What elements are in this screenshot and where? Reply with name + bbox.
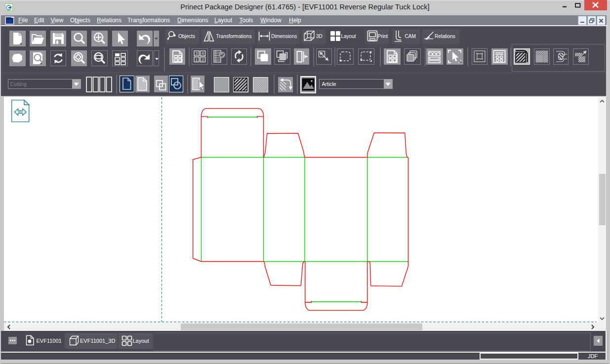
svg-text:3: 3 (196, 50, 198, 56)
svg-text:2: 2 (202, 57, 204, 62)
svg-text:4: 4 (202, 50, 204, 56)
svg-text:1: 1 (196, 57, 198, 62)
